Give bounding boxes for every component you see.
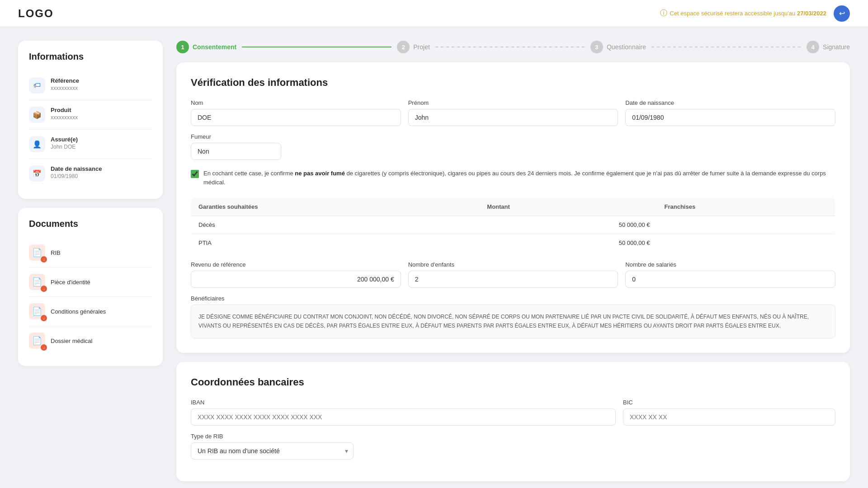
reference-label: Référence [51, 77, 79, 84]
table-col-montant: Montant [480, 198, 657, 216]
doc-identite-label: Pièce d'identité [51, 279, 90, 286]
step-2: 2 Projet [397, 41, 430, 53]
name-row: Nom Prénom Date de naissance [191, 99, 835, 126]
beneficiaires-group: Bénéficiaires JE DÉSIGNE COMME BÉNÉFICIA… [191, 295, 835, 338]
info-dob-text: Date de naissance 01/09/1980 [51, 165, 102, 179]
dob-group: Date de naissance [625, 99, 835, 126]
prenom-group: Prénom [408, 99, 618, 126]
bank-title: Coordonnées bancaires [191, 376, 835, 388]
informations-card: Informations 🏷 Référence xxxxxxxxxx 📦 Pr… [18, 41, 163, 199]
info-assure: 👤 Assuré(e) John DOE [29, 130, 152, 159]
step-2-number: 2 [397, 41, 410, 53]
step-4-label: Signature [823, 43, 850, 51]
bic-label: BIC [623, 399, 835, 406]
prenom-label: Prénom [408, 99, 618, 106]
logo: LOGO [18, 7, 54, 20]
sidebar: Informations 🏷 Référence xxxxxxxxxx 📦 Pr… [18, 41, 163, 488]
step-2-label: Projet [413, 43, 430, 51]
doc-medical-label: Dossier médical [51, 338, 92, 344]
revenu-input[interactable] [191, 271, 401, 288]
header: LOGO ⓘ Cet espace sécurisé restera acces… [0, 0, 868, 27]
doc-conditions[interactable]: 📄 ↓ Conditions générales [29, 297, 152, 326]
nom-group: Nom [191, 99, 401, 126]
conditions-icon: 📄 ↓ [29, 303, 45, 319]
montant-ptia: 50 000,00 € [480, 234, 657, 252]
revenu-row: Revenu de référence Nombre d'enfants Nom… [191, 261, 835, 288]
download-badge-4: ↓ [41, 344, 47, 351]
doc-identite[interactable]: 📄 ↓ Pièce d'identité [29, 267, 152, 297]
fumeur-row: Fumeur [191, 133, 835, 160]
avatar-icon: ↩ [839, 9, 845, 18]
fumeur-label: Fumeur [191, 133, 281, 140]
dob-label: Date de naissance [51, 165, 102, 172]
table-col-franchises: Franchises [657, 198, 835, 216]
table-row-ptia: PTIA 50 000,00 € [191, 234, 835, 252]
step-connector-3-4 [651, 47, 801, 47]
notice-text: Cet espace sécurisé restera accessible j… [670, 10, 827, 17]
avatar[interactable]: ↩ [834, 5, 850, 22]
step-4: 4 Signature [807, 41, 850, 53]
iban-group: IBAN [191, 399, 616, 426]
doc-medical[interactable]: 📄 ↓ Dossier médical [29, 326, 152, 355]
bic-group: BIC [623, 399, 835, 426]
step-3-label: Questionnaire [607, 43, 646, 51]
step-1: 1 Consentement [176, 41, 236, 53]
iban-label: IBAN [191, 399, 616, 406]
guarantees-table: Garanties souhaitées Montant Franchises … [191, 197, 835, 252]
assure-value: John DOE [51, 144, 78, 150]
header-notice: ⓘ Cet espace sécurisé restera accessible… [660, 9, 827, 18]
step-1-label: Consentement [193, 43, 236, 51]
doc-rib[interactable]: 📄 ↓ RIB [29, 238, 152, 267]
info-produit: 📦 Produit xxxxxxxxxx [29, 100, 152, 130]
dob-input[interactable] [625, 109, 835, 126]
doc-rib-label: RIB [51, 249, 61, 256]
identite-icon: 📄 ↓ [29, 274, 45, 290]
type-rib-group: Type de RIB Un RIB au nom d'une société … [191, 433, 354, 460]
table-row-deces: Décès 50 000,00 € [191, 216, 835, 234]
enfants-label: Nombre d'enfants [408, 261, 618, 268]
fumeur-input[interactable] [191, 143, 281, 160]
type-rib-label: Type de RIB [191, 433, 354, 440]
doc-conditions-label: Conditions générales [51, 308, 106, 315]
assure-label: Assuré(e) [51, 136, 78, 143]
download-badge: ↓ [41, 256, 47, 263]
beneficiaires-text: JE DÉSIGNE COMME BÉNÉFICIAIRE DU CONTRAT… [191, 305, 835, 338]
bank-card: Coordonnées bancaires IBAN BIC Type de R… [176, 362, 850, 481]
beneficiaires-label: Bénéficiaires [191, 295, 835, 302]
nom-input[interactable] [191, 109, 401, 126]
step-4-number: 4 [807, 41, 819, 53]
step-connector-1-2 [242, 47, 392, 47]
info-reference: 🏷 Référence xxxxxxxxxx [29, 71, 152, 100]
informations-title: Informations [29, 52, 152, 62]
montant-deces: 50 000,00 € [480, 216, 657, 234]
enfants-group: Nombre d'enfants [408, 261, 618, 288]
salaries-label: Nombre de salariés [625, 261, 835, 268]
garantie-deces: Décès [191, 216, 480, 234]
revenu-label: Revenu de référence [191, 261, 401, 268]
step-3-number: 3 [590, 41, 603, 53]
dob-value: 01/09/1980 [51, 173, 102, 179]
info-dob: 📅 Date de naissance 01/09/1980 [29, 159, 152, 188]
fumeur-group: Fumeur [191, 133, 281, 160]
download-badge-2: ↓ [41, 286, 47, 292]
dob-label-form: Date de naissance [625, 99, 835, 106]
type-rib-select[interactable]: Un RIB au nom d'une société Un RIB perso… [191, 442, 354, 460]
table-col-garanties: Garanties souhaitées [191, 198, 480, 216]
steps-bar: 1 Consentement 2 Projet 3 Questionnaire … [176, 41, 850, 53]
assure-icon: 👤 [29, 136, 45, 152]
type-rib-select-wrapper: Un RIB au nom d'une société Un RIB perso… [191, 442, 354, 460]
reference-icon: 🏷 [29, 77, 45, 94]
enfants-input[interactable] [408, 271, 618, 288]
step-1-number: 1 [176, 41, 189, 53]
checkbox-row: En cochant cette case, je confirme ne pa… [191, 167, 835, 188]
consent-checkbox[interactable] [191, 170, 199, 178]
franchise-ptia [657, 234, 835, 252]
prenom-input[interactable] [408, 109, 618, 126]
produit-label: Produit [51, 107, 78, 113]
revenu-group: Revenu de référence [191, 261, 401, 288]
verification-card: Vérification des informations Nom Prénom… [176, 62, 850, 353]
bic-input[interactable] [623, 408, 835, 426]
iban-input[interactable] [191, 408, 616, 426]
produit-value: xxxxxxxxxx [51, 114, 78, 121]
salaries-input[interactable] [625, 271, 835, 288]
